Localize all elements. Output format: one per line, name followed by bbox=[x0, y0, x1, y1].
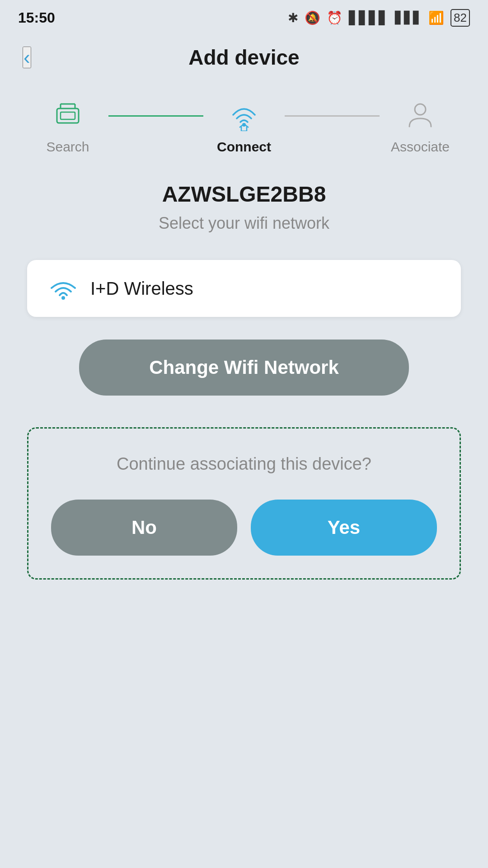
step-connect-label: Connect bbox=[217, 139, 271, 155]
step-associate: Associate bbox=[380, 97, 461, 155]
signal-icon-2: ▋▋▋ bbox=[395, 11, 422, 25]
svg-rect-1 bbox=[61, 112, 75, 119]
status-time: 15:50 bbox=[18, 9, 55, 26]
wifi-card-icon bbox=[50, 277, 77, 300]
signal-icon-1: ▋▋▋▋ bbox=[349, 10, 389, 25]
wifi-status-icon: 📶 bbox=[428, 10, 444, 25]
step-search: Search bbox=[27, 97, 108, 155]
step-connect-icon bbox=[226, 97, 262, 133]
step-search-label: Search bbox=[46, 139, 89, 155]
wifi-network-name: I+D Wireless bbox=[90, 278, 193, 299]
page-title: Add device bbox=[188, 45, 299, 70]
step-search-icon bbox=[50, 97, 86, 133]
confirmation-text: Continue associating this device? bbox=[117, 451, 371, 477]
back-button[interactable]: ‹ bbox=[23, 47, 31, 68]
step-line-2 bbox=[285, 115, 380, 117]
step-associate-icon bbox=[402, 97, 438, 133]
step-line-1 bbox=[108, 115, 203, 117]
step-indicator: Search Connect bbox=[0, 79, 488, 164]
device-subtitle: Select your wifi network bbox=[159, 214, 329, 233]
svg-point-6 bbox=[415, 104, 426, 115]
device-id: AZWSLGE2BB8 bbox=[162, 182, 326, 207]
step-associate-label: Associate bbox=[391, 139, 450, 155]
no-button[interactable]: No bbox=[51, 500, 237, 556]
back-chevron-icon: ‹ bbox=[23, 46, 30, 68]
mute-icon: 🔕 bbox=[305, 10, 320, 25]
battery-level: 82 bbox=[454, 11, 467, 25]
battery-icon: 82 bbox=[450, 9, 470, 27]
yes-button[interactable]: Yes bbox=[251, 500, 437, 556]
alarm-icon: ⏰ bbox=[327, 10, 343, 25]
status-icons: ✱ 🔕 ⏰ ▋▋▋▋ ▋▋▋ 📶 82 bbox=[288, 9, 470, 27]
confirmation-buttons: No Yes bbox=[51, 500, 437, 556]
main-content: AZWSLGE2BB8 Select your wifi network I+D… bbox=[0, 164, 488, 580]
status-bar: 15:50 ✱ 🔕 ⏰ ▋▋▋▋ ▋▋▋ 📶 82 bbox=[0, 0, 488, 32]
confirmation-box: Continue associating this device? No Yes bbox=[27, 427, 461, 580]
step-connect: Connect bbox=[203, 97, 285, 155]
bluetooth-icon: ✱ bbox=[288, 10, 298, 25]
header: ‹ Add device bbox=[0, 32, 488, 79]
wifi-card: I+D Wireless bbox=[27, 260, 461, 317]
change-wifi-button[interactable]: Change Wifi Network bbox=[79, 340, 409, 396]
svg-point-7 bbox=[61, 296, 65, 300]
